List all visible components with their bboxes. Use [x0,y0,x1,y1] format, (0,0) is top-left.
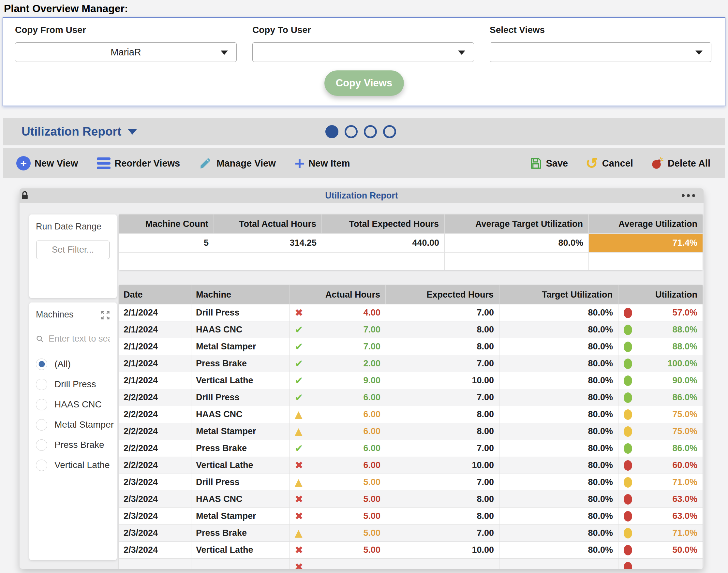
utilization-cell: 63.0% [618,490,703,508]
actual-hours-cell: ✔7.00 [290,338,386,355]
view-selector[interactable]: Utilization Report [21,125,137,139]
date-cell [119,558,191,569]
detail-col-actual-hours: Actual Hours [290,285,386,304]
actual-hours-cell: ▲5.00 [290,524,386,541]
machine-radio-drill-press[interactable]: Drill Press [36,374,114,395]
table-row[interactable]: 2/1/2024HAAS CNC✔7.008.0080.0%88.0% [119,321,703,338]
plus-circle-icon: + [16,156,31,170]
actual-hours-value: 5.00 [363,511,380,521]
summary-empty-row [119,252,703,270]
utilization-cell: 71.0% [618,474,703,490]
copy-to-user-select[interactable] [252,42,474,62]
utilization-value: 50.0% [672,545,697,555]
table-row[interactable]: 2/2/2024Metal Stamper▲6.008.0080.0%75.0% [119,423,703,440]
select-views-group: Select Views [490,25,711,62]
chevron-down-icon [695,51,703,55]
delete-all-button[interactable]: Delete All [651,157,711,170]
table-row[interactable]: 2/1/2024Press Brake✔2.007.0080.0%100.0% [119,355,703,372]
undo-arrow-icon: ↺ [585,156,598,171]
machine-cell: HAAS CNC [191,490,290,508]
machine-radio-metal-stamper[interactable]: Metal Stamper [36,415,114,435]
summary-col-total-expected-hours: Total Expected Hours [322,214,445,233]
fail-status-icon: ✖ [295,308,303,318]
cancel-button[interactable]: ↺ Cancel [585,156,633,171]
step-circle-1[interactable] [325,125,339,138]
expected-hours-cell: 7.00 [386,524,500,541]
table-row[interactable]: 2/3/2024Vertical Lathe✖5.0010.0080.0%50.… [119,541,703,558]
new-item-label: New Item [308,158,350,169]
copy-views-button[interactable]: Copy Views [324,70,404,96]
widget-header[interactable]: Utilization Report [19,189,704,203]
pencil-icon [199,156,213,170]
target-utilization-cell: 80.0% [500,321,618,338]
machine-radio-haas-cnc[interactable]: HAAS CNC [36,395,114,415]
actual-hours-value: 9.00 [363,375,380,385]
detail-col-expected-hours: Expected Hours [386,285,500,304]
actual-hours-value: 6.00 [363,409,380,419]
expand-icon[interactable] [100,310,110,320]
target-utilization-cell: 80.0% [500,524,618,541]
widget-menu-ellipsis-icon[interactable] [682,194,695,197]
detail-table: Date Machine Actual Hours Expected Hours… [119,285,703,569]
copy-from-user-label: Copy From User [15,25,237,35]
actual-hours-value: 7.00 [363,342,380,352]
toolbar: + New View Reorder Views Manage View + N… [3,148,725,178]
table-row[interactable]: 2/2/2024HAAS CNC▲6.008.0080.0%75.0% [119,406,703,423]
date-cell: 2/1/2024 [119,338,191,355]
table-row[interactable]: 2/3/2024HAAS CNC✖5.008.0080.0%63.0% [119,490,703,508]
manage-view-button[interactable]: Manage View [199,156,276,170]
save-button[interactable]: Save [529,157,568,170]
new-view-label: New View [35,158,78,169]
yellow-utilization-dot-icon [624,409,632,420]
machine-radio-all[interactable]: (All) [36,354,114,374]
machine-cell: Vertical Lathe [191,457,290,474]
table-row-partial[interactable]: ✖ [119,558,703,569]
table-row[interactable]: 2/2/2024Press Brake✔6.007.0080.0%86.0% [119,440,703,457]
delete-all-label: Delete All [668,158,711,169]
utilization-cell [618,558,703,569]
target-utilization-cell: 80.0% [500,508,618,524]
step-circle-3[interactable] [364,125,377,138]
step-circle-4[interactable] [383,125,396,138]
step-circle-2[interactable] [345,125,358,138]
copy-from-user-select[interactable]: MariaR [15,42,237,62]
copy-to-user-label: Copy To User [252,25,474,35]
widget-title: Utilization Report [325,191,398,201]
reorder-views-button[interactable]: Reorder Views [97,157,180,169]
utilization-cell: 50.0% [618,541,703,558]
total-actual-hours-value: 314.25 [214,233,322,252]
actual-hours-cell: ✖5.00 [290,508,386,524]
table-row[interactable]: 2/3/2024Metal Stamper✖5.008.0080.0%63.0% [119,508,703,524]
utilization-report-widget: Utilization Report Run Date Range Set Fi… [19,189,704,569]
red-utilization-dot-icon [624,308,632,318]
fail-status-icon: ✖ [295,511,303,521]
table-row[interactable]: 2/1/2024Vertical Lathe✔9.0010.0080.0%90.… [119,372,703,389]
machine-cell: Drill Press [191,304,290,321]
utilization-cell: 75.0% [618,423,703,440]
set-filter-button[interactable]: Set Filter... [36,241,110,259]
table-row[interactable]: 2/2/2024Drill Press✔6.007.0080.0%86.0% [119,389,703,406]
new-item-button[interactable]: + New Item [295,157,350,170]
table-row[interactable]: 2/1/2024Metal Stamper✔7.008.0080.0%88.0% [119,338,703,355]
expected-hours-cell: 8.00 [386,490,500,508]
table-row[interactable]: 2/3/2024Press Brake▲5.007.0080.0%71.0% [119,524,703,541]
copy-to-user-group: Copy To User [252,25,474,62]
green-utilization-dot-icon [624,443,632,454]
table-row[interactable]: 2/2/2024Vertical Lathe✖6.0010.0080.0%60.… [119,457,703,474]
lock-icon [21,191,29,200]
machine-radio-press-brake[interactable]: Press Brake [36,435,114,455]
fail-status-icon: ✖ [295,494,303,504]
summary-col-machine-count: Machine Count [119,214,214,233]
machine-radio-vertical-lathe[interactable]: Vertical Lathe [36,455,114,475]
table-row[interactable]: 2/1/2024Drill Press✖4.007.0080.0%57.0% [119,304,703,321]
actual-hours-cell: ✔6.00 [290,389,386,406]
new-view-button[interactable]: + New View [16,156,78,170]
expected-hours-cell: 7.00 [386,474,500,490]
actual-hours-cell: ✖5.00 [290,490,386,508]
radio-label: Drill Press [54,379,96,389]
view-title: Utilization Report [21,125,121,139]
radio-label: HAAS CNC [54,399,102,410]
table-row[interactable]: 2/3/2024Drill Press▲5.007.0080.0%71.0% [119,474,703,490]
select-views-select[interactable] [490,42,711,62]
machines-search-input[interactable]: Enter text to sear... [36,334,110,344]
